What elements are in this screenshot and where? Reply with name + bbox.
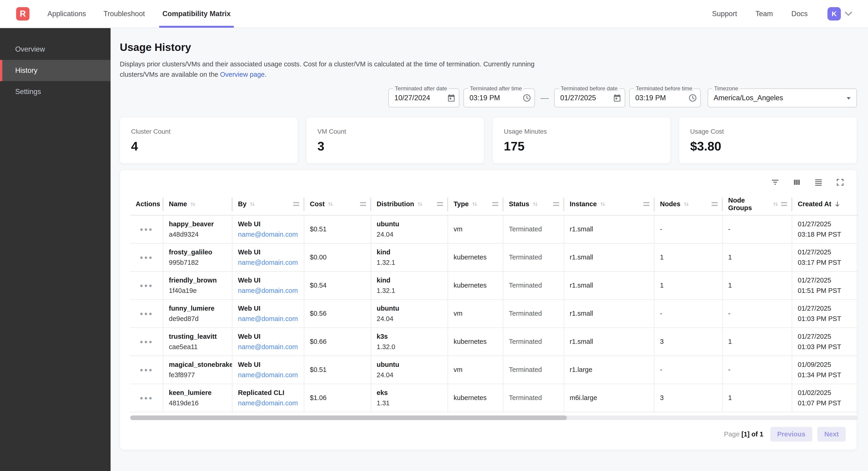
column-header-cost[interactable]: Cost	[304, 193, 371, 215]
row-actions-button[interactable]: ●●●	[140, 283, 153, 288]
calendar-icon[interactable]	[447, 93, 456, 102]
row-actions-button[interactable]: ●●●	[140, 367, 153, 373]
row-actions-button[interactable]: ●●●	[140, 395, 153, 401]
replicated-logo[interactable]: R	[16, 7, 30, 21]
column-header-instance[interactable]: Instance	[564, 193, 654, 215]
column-menu-icon[interactable]	[360, 202, 366, 206]
email-link[interactable]: name@domain.com	[238, 371, 298, 379]
cluster-id: a48d9324	[169, 231, 226, 238]
overview-page-link[interactable]: Overview page	[220, 71, 265, 78]
cell-actions: ●●●	[130, 300, 163, 327]
sidebar-item-history[interactable]: History	[0, 60, 111, 81]
terminated-before-time-value[interactable]: 03:19 PM	[636, 94, 688, 102]
column-menu-icon[interactable]	[492, 202, 498, 206]
sort-icon[interactable]	[327, 201, 334, 208]
column-header-created-at[interactable]: Created At	[792, 193, 856, 215]
email-link[interactable]: name@domain.com	[238, 231, 298, 238]
cluster-name: magical_stonebraker	[169, 361, 226, 369]
email-link[interactable]: name@domain.com	[238, 259, 298, 266]
sidebar-item-overview[interactable]: Overview	[0, 39, 111, 60]
cluster-id: fe3f8977	[169, 371, 226, 379]
timezone-value[interactable]: America/Los_Angeles	[714, 94, 844, 102]
nav-link-support[interactable]: Support	[712, 10, 737, 18]
table-row: ●●●keen_lumiere4819de16Replicated CLInam…	[130, 384, 858, 412]
sort-icon[interactable]	[683, 201, 690, 208]
cell-created-at: 01/02/202501:07 PM PST	[792, 384, 856, 412]
horizontal-scrollbar-track[interactable]	[130, 415, 858, 420]
previous-button[interactable]: Previous	[770, 427, 812, 442]
email-link[interactable]: name@domain.com	[238, 343, 298, 351]
column-menu-icon[interactable]	[437, 202, 443, 206]
column-header-by[interactable]: By	[232, 193, 304, 215]
calendar-icon[interactable]	[613, 93, 621, 102]
density-icon[interactable]	[814, 178, 823, 187]
columns-icon[interactable]	[792, 178, 801, 187]
chevron-down-icon[interactable]	[844, 11, 852, 17]
next-button[interactable]: Next	[817, 427, 846, 442]
nav-tab-troubleshoot[interactable]: Troubleshoot	[103, 0, 145, 28]
sort-icon[interactable]	[772, 201, 779, 208]
cell-by: Web UIname@domain.com	[232, 328, 304, 356]
sort-icon[interactable]	[471, 201, 478, 208]
nav-link-docs[interactable]: Docs	[791, 10, 808, 18]
stat-card-usage-cost: Usage Cost $3.80	[679, 117, 857, 164]
terminated-before-date-field[interactable]: Terminated before date 01/27/2025	[554, 88, 625, 107]
node-groups-value: -	[728, 310, 786, 317]
column-header-name[interactable]: Name	[163, 193, 232, 215]
fullscreen-icon[interactable]	[836, 178, 845, 187]
column-menu-icon[interactable]	[553, 202, 559, 206]
avatar[interactable]: K	[828, 7, 841, 21]
column-header-type[interactable]: Type	[448, 193, 503, 215]
column-menu-icon[interactable]	[712, 202, 718, 206]
terminated-after-time-field[interactable]: Terminated after time 03:19 PM	[464, 88, 535, 107]
terminated-after-date-field[interactable]: Terminated after date 10/27/2024	[389, 88, 459, 107]
email-link[interactable]: name@domain.com	[238, 287, 298, 294]
sort-icon[interactable]	[599, 201, 606, 208]
row-actions-button[interactable]: ●●●	[140, 227, 153, 232]
column-header-nodes[interactable]: Nodes	[654, 193, 723, 215]
column-header-status[interactable]: Status	[503, 193, 564, 215]
cell-created-at: 01/27/202501:03 PM PST	[792, 328, 856, 356]
sidebar-item-settings[interactable]: Settings	[0, 81, 111, 102]
nav-tab-applications[interactable]: Applications	[48, 0, 86, 28]
column-header-node-groups[interactable]: Node Groups	[723, 193, 792, 215]
row-actions-button[interactable]: ●●●	[140, 311, 153, 316]
terminated-after-date-value[interactable]: 10/27/2024	[394, 94, 447, 102]
stat-label: Cluster Count	[131, 128, 286, 135]
nav-tab-compatibility-matrix[interactable]: Compatibility Matrix	[162, 0, 230, 28]
column-menu-icon[interactable]	[293, 202, 299, 206]
column-menu-icon[interactable]	[643, 202, 649, 206]
clock-icon[interactable]	[523, 93, 531, 102]
cell-distribution: eks1.31	[371, 384, 448, 412]
horizontal-scrollbar-thumb[interactable]	[130, 415, 567, 420]
created-date: 01/27/2025	[798, 220, 850, 228]
cell-cost: $0.66	[304, 328, 371, 356]
field-label: Terminated before date	[559, 85, 619, 92]
sort-icon[interactable]	[532, 201, 538, 208]
column-header-distribution[interactable]: Distribution	[371, 193, 448, 215]
email-link[interactable]: name@domain.com	[238, 315, 298, 323]
clock-icon[interactable]	[688, 93, 697, 102]
account-menu[interactable]: K	[828, 7, 852, 21]
email-link[interactable]: name@domain.com	[238, 399, 298, 407]
terminated-before-time-field[interactable]: Terminated before time 03:19 PM	[629, 88, 701, 107]
sort-icon[interactable]	[249, 201, 256, 208]
terminated-after-time-value[interactable]: 03:19 PM	[469, 94, 523, 102]
node-groups-value: -	[728, 225, 786, 233]
filter-icon[interactable]	[771, 178, 780, 187]
nav-link-team[interactable]: Team	[755, 10, 773, 18]
dropdown-arrow-icon[interactable]	[844, 93, 853, 102]
sort-icon[interactable]	[189, 201, 196, 208]
cell-cost: $0.00	[304, 243, 371, 271]
timezone-select[interactable]: Timezone America/Los_Angeles	[708, 88, 857, 107]
sort-desc-icon[interactable]	[834, 201, 841, 208]
sort-icon[interactable]	[416, 201, 424, 208]
row-actions-button[interactable]: ●●●	[140, 255, 153, 260]
column-menu-icon[interactable]	[781, 202, 787, 206]
terminated-before-date-value[interactable]: 01/27/2025	[560, 94, 613, 102]
field-label: Terminated before time	[634, 85, 694, 92]
row-actions-button[interactable]: ●●●	[140, 339, 153, 345]
stat-label: Usage Minutes	[504, 128, 659, 135]
pagination: Page [1] of 1 Previous Next	[130, 427, 846, 442]
cell-distribution: kind1.32.1	[371, 243, 448, 271]
